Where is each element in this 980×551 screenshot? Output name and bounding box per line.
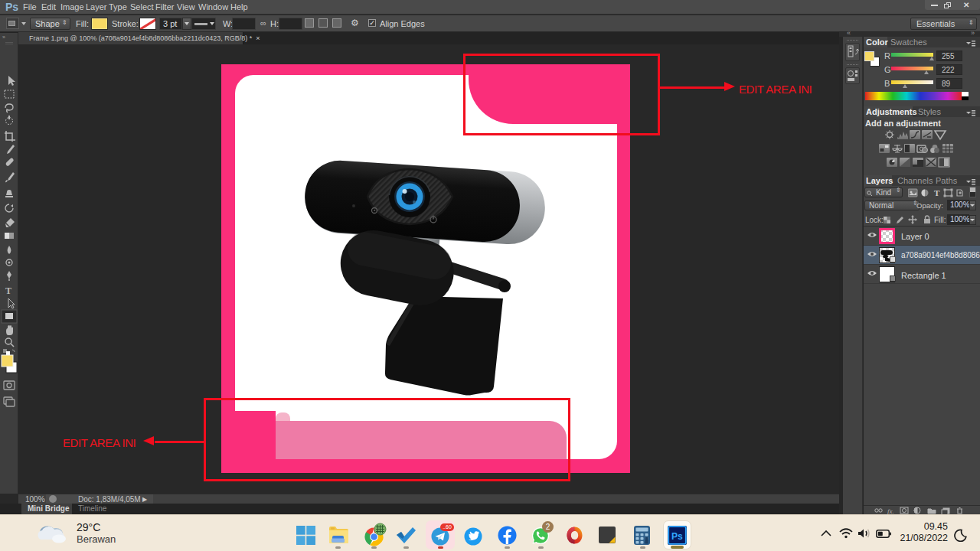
svg-text:T: T [5, 285, 11, 296]
svg-text:Ps: Ps [671, 531, 683, 542]
svg-text:»: » [2, 34, 5, 40]
svg-text:T: T [934, 188, 940, 197]
svg-text:fx.: fx. [887, 507, 894, 515]
